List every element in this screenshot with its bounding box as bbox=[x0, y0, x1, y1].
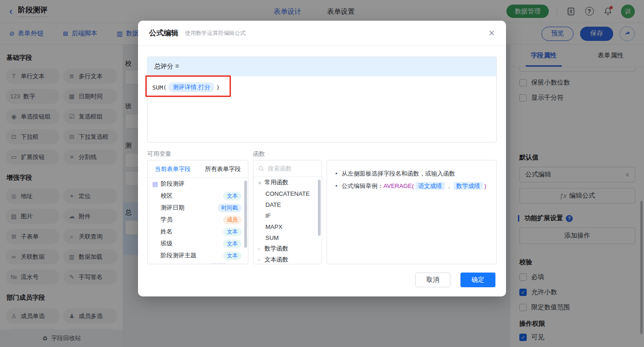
modal-subtitle: 使用数学运算符编辑公式 bbox=[185, 29, 246, 37]
variables-tab[interactable]: 当前表单字段 bbox=[148, 160, 198, 177]
variables-tab[interactable]: 所有表单字段 bbox=[198, 160, 248, 177]
tip-line-1: 从左侧面板选择字段名和函数，或输入函数 bbox=[335, 167, 488, 180]
function-item[interactable]: MAPX bbox=[253, 221, 322, 232]
field-type-badge: 时间戳 bbox=[218, 204, 242, 212]
chevron-right-icon: › bbox=[258, 246, 262, 251]
partial-badge bbox=[207, 263, 229, 264]
field-type-badge: 成员 bbox=[223, 216, 242, 224]
function-item[interactable]: DATE bbox=[253, 199, 322, 210]
variables-panel: 当前表单字段所有表单字段 ▤阶段测评校区文本测评日期时间戳学员成员姓名文本班级文… bbox=[147, 160, 248, 264]
formula-func-open: SUM( bbox=[152, 84, 167, 91]
functions-panel: ∨常用函数CONCATENATEDATEIFMAPXSUM›数学函数›文本函数 bbox=[253, 160, 322, 264]
formula-editor-modal: 公式编辑 使用数学运算符编辑公式 ✕ 总评分 = SUM( 测评详情.打分 ) … bbox=[138, 21, 506, 296]
variables-label: 可用变量 bbox=[147, 150, 171, 158]
function-item[interactable]: SUM bbox=[253, 232, 322, 243]
function-item[interactable]: IF bbox=[253, 210, 322, 221]
tip-line-2: 公式编辑举例：AVERAGE(语文成绩，数学成绩) bbox=[335, 180, 488, 192]
chevron-down-icon: ∨ bbox=[258, 180, 262, 185]
search-icon bbox=[258, 165, 264, 172]
function-search bbox=[253, 160, 322, 177]
example-chip: 语文成绩 bbox=[415, 182, 445, 190]
function-group[interactable]: ›文本函数 bbox=[253, 254, 322, 264]
tips-panel: 从左侧面板选择字段名和函数，或输入函数 公式编辑举例：AVERAGE(语文成绩，… bbox=[327, 160, 497, 264]
formula-editor-box: 总评分 = SUM( 测评详情.打分 ) bbox=[147, 57, 497, 142]
formula-func-close: ) bbox=[216, 84, 220, 91]
variable-tree-root[interactable]: ▤阶段测评 bbox=[148, 178, 248, 190]
variable-row[interactable]: 阶段测评主题文本 bbox=[148, 250, 248, 262]
close-icon[interactable]: ✕ bbox=[489, 28, 495, 38]
field-type-badge: 文本 bbox=[223, 228, 242, 236]
functions-label: 函数 bbox=[253, 150, 265, 158]
example-chip: 数学成绩 bbox=[454, 182, 483, 190]
variable-row[interactable]: 班级文本 bbox=[148, 238, 248, 250]
modal-title: 公式编辑 bbox=[149, 28, 178, 38]
example-function: AVERAGE( bbox=[384, 182, 414, 189]
variable-row[interactable]: 测评日期时间戳 bbox=[148, 202, 248, 214]
function-search-input[interactable] bbox=[268, 165, 314, 172]
field-type-badge: 文本 bbox=[223, 239, 242, 248]
function-group[interactable]: ›数学函数 bbox=[253, 243, 322, 254]
function-item[interactable]: CONCATENATE bbox=[253, 188, 322, 199]
confirm-button[interactable]: 确定 bbox=[460, 273, 495, 287]
variable-row[interactable]: 学员成员 bbox=[148, 214, 248, 226]
variable-row[interactable]: 校区文本 bbox=[148, 190, 248, 202]
chevron-right-icon: › bbox=[258, 257, 262, 262]
cancel-button[interactable]: 取消 bbox=[415, 273, 450, 287]
functions-scrollbar[interactable] bbox=[318, 180, 321, 236]
variable-row[interactable]: 姓名文本 bbox=[148, 226, 248, 238]
variables-tabs: 当前表单字段所有表单字段 bbox=[148, 160, 248, 178]
field-type-badge: 文本 bbox=[223, 192, 242, 200]
formula-input-area[interactable]: SUM( 测评详情.打分 ) bbox=[148, 76, 496, 98]
formula-target: 总评分 = bbox=[148, 57, 496, 76]
form-doc-icon: ▤ bbox=[152, 181, 158, 188]
function-group[interactable]: ∨常用函数 bbox=[253, 177, 322, 188]
field-type-badge: 文本 bbox=[223, 251, 242, 260]
variables-scrollbar[interactable] bbox=[244, 181, 247, 248]
formula-field-chip[interactable]: 测评详情.打分 bbox=[168, 82, 214, 92]
